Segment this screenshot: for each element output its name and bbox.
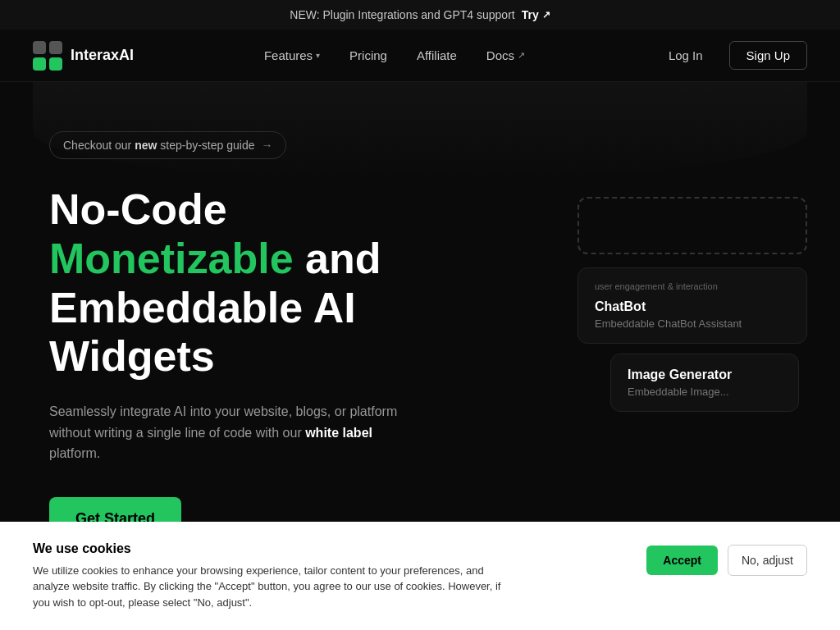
nav-docs[interactable]: Docs ↗: [486, 48, 525, 62]
cookie-title: We use cookies: [33, 541, 630, 556]
accept-cookies-button[interactable]: Accept: [646, 546, 718, 575]
hero-section: Checkout our new step-by-step guide → No…: [0, 82, 840, 573]
logo-sq4: [49, 57, 62, 71]
image-gen-widget-card: Image Generator Embeddable Image...: [610, 354, 799, 412]
cookie-banner: We use cookies We utilize cookies to enh…: [0, 522, 840, 631]
chatbot-title: ChatBot: [595, 299, 790, 314]
nav-center: Features ▾ Pricing Affiliate Docs ↗: [264, 48, 525, 62]
nav-right: Log In Sign Up: [655, 41, 807, 70]
signup-button[interactable]: Sign Up: [729, 41, 807, 70]
arrow-right-icon: →: [261, 139, 272, 152]
try-label: Try: [522, 8, 539, 21]
nav-pricing[interactable]: Pricing: [349, 48, 387, 62]
announcement-bar: NEW: Plugin Integrations and GPT4 suppor…: [0, 0, 840, 30]
hero-subtitle: Seamlessly integrate AI into your websit…: [49, 401, 427, 464]
navbar: InteraxAI Features ▾ Pricing Affiliate D…: [0, 30, 840, 82]
nav-docs-label: Docs: [486, 48, 514, 62]
guide-pill-text: Checkout our new step-by-step guide: [63, 139, 254, 152]
widget-top-placeholder: [578, 197, 807, 254]
logo-area: InteraxAI: [33, 41, 134, 71]
hero-title-line2: Embeddable AI Widgets: [49, 284, 356, 381]
chatbot-desc: Embeddable ChatBot Assistant: [595, 317, 790, 330]
nav-features-label: Features: [264, 48, 313, 62]
logo-sq3: [33, 57, 46, 71]
logo-sq2: [49, 41, 62, 54]
hero-title-highlight: Monetizable: [49, 235, 294, 282]
image-gen-title: Image Generator: [628, 368, 782, 382]
hero-subtitle-part2: platform.: [49, 446, 100, 460]
widget-preview-area: User engagement & interaction ChatBot Em…: [578, 197, 807, 422]
announcement-text: NEW: Plugin Integrations and GPT4 suppor…: [290, 8, 514, 21]
adjust-cookies-button[interactable]: No, adjust: [728, 545, 807, 576]
chatbot-widget-card: User engagement & interaction ChatBot Em…: [578, 267, 807, 344]
login-button[interactable]: Log In: [655, 42, 716, 69]
logo-sq1: [33, 41, 46, 54]
hero-title-part2: and: [294, 235, 381, 282]
external-link-icon: ↗: [542, 9, 550, 21]
chevron-down-icon: ▾: [316, 51, 320, 60]
image-gen-desc: Embeddable Image...: [628, 386, 782, 398]
announcement-cta[interactable]: Try ↗: [522, 8, 550, 21]
cookie-text-area: We use cookies We utilize cookies to enh…: [33, 541, 630, 611]
hero-subtitle-bold: white label: [305, 426, 372, 440]
hero-title: No-Code Monetizable and Embeddable AI Wi…: [49, 185, 459, 381]
nav-affiliate[interactable]: Affiliate: [417, 48, 457, 62]
logo-text[interactable]: InteraxAI: [71, 47, 134, 64]
logo-icon[interactable]: [33, 41, 62, 71]
cookie-description: We utilize cookies to enhance your brows…: [33, 563, 509, 611]
nav-features[interactable]: Features ▾: [264, 48, 320, 62]
widget-engagement-label: User engagement & interaction: [595, 281, 790, 291]
external-link-icon: ↗: [518, 50, 525, 61]
nav-affiliate-label: Affiliate: [417, 48, 457, 62]
hero-title-part1: No-Code: [49, 185, 227, 233]
guide-pill[interactable]: Checkout our new step-by-step guide →: [49, 131, 286, 159]
nav-pricing-label: Pricing: [349, 48, 387, 62]
cookie-buttons: Accept No, adjust: [646, 545, 807, 576]
